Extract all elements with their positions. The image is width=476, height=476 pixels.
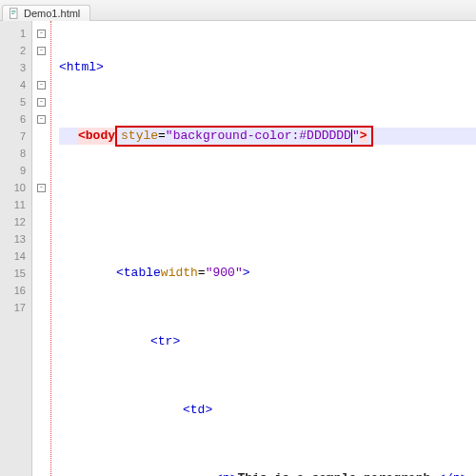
line-number: 4	[2, 76, 26, 93]
line-number: 17	[2, 299, 26, 316]
tab-bar: Demo1.html	[0, 0, 476, 21]
line-number: 3	[2, 59, 26, 76]
fold-toggle-icon[interactable]: -	[37, 184, 46, 192]
fold-toggle-icon[interactable]: -	[37, 81, 46, 89]
file-icon	[9, 8, 20, 19]
line-number: 9	[2, 162, 26, 179]
fold-toggle-icon[interactable]: -	[37, 47, 46, 55]
line-number: 5	[2, 93, 26, 110]
line-number: 1	[2, 25, 26, 42]
line-number: 15	[2, 265, 26, 282]
highlight-box: style="background-color:#DDDDDD">	[115, 126, 373, 147]
fold-toggle-icon[interactable]: -	[37, 98, 46, 107]
line-number-gutter: 1 2 3 4 5 6 7 8 9 10 11 12 13 14 15 16 1…	[0, 21, 32, 476]
svg-rect-1	[11, 10, 16, 11]
line-number: 11	[2, 196, 26, 213]
line-number: 14	[2, 248, 26, 265]
line-number: 13	[2, 230, 26, 248]
svg-rect-2	[11, 12, 16, 13]
file-tab[interactable]: Demo1.html	[2, 5, 90, 21]
svg-rect-3	[11, 13, 14, 14]
line-number: 16	[2, 282, 26, 299]
line-number: 6	[2, 110, 26, 128]
highlighted-line: <body style="background-color:#DDDDDD">	[59, 128, 476, 145]
fold-column: - - - - - -	[32, 21, 51, 476]
tab-filename: Demo1.html	[24, 8, 80, 19]
code-area[interactable]: <html> <body style="background-color:#DD…	[51, 21, 476, 476]
line-number: 12	[2, 213, 26, 230]
fold-toggle-icon[interactable]: -	[37, 115, 46, 124]
fold-toggle-icon[interactable]: -	[37, 30, 46, 38]
line-number: 8	[2, 145, 26, 162]
line-number: 7	[2, 128, 26, 145]
code-editor[interactable]: 1 2 3 4 5 6 7 8 9 10 11 12 13 14 15 16 1…	[0, 21, 476, 476]
line-number: 10	[2, 179, 26, 196]
line-number: 2	[2, 42, 26, 59]
